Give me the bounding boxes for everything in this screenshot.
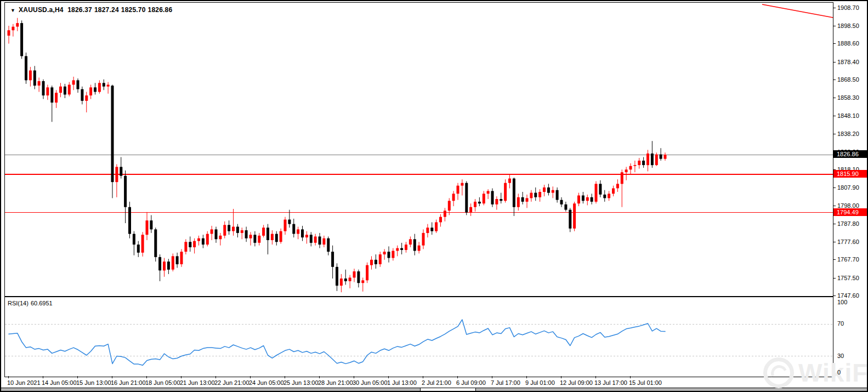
price-tick-label: 1888.60 [837, 40, 859, 47]
price-tick [833, 242, 836, 242]
candle [340, 279, 343, 286]
price-tick-label: 1878.40 [837, 59, 859, 65]
rsi-axis-label: 70 [837, 320, 844, 327]
price-tick [833, 26, 836, 26]
candle [370, 260, 373, 265]
time-tick [354, 376, 354, 378]
time-tick-label: 1 Jul 13:00 [387, 379, 417, 386]
rsi-panel: RSI(14)60.6951 [4, 297, 833, 377]
ohlc-high: 1827.24 [94, 6, 119, 14]
candle [491, 191, 494, 204]
price-tick [833, 224, 836, 224]
price-tick-label: 1807.90 [837, 184, 859, 191]
candle [319, 236, 321, 245]
symbol-dropdown-icon[interactable]: ▼ [10, 8, 15, 13]
scrollbar-thumb[interactable] [420, 388, 476, 392]
candle [322, 238, 325, 245]
candle [232, 227, 235, 231]
price-tick-label: 1848.10 [837, 112, 859, 119]
candle [435, 222, 438, 231]
candle [547, 188, 550, 193]
candle [42, 81, 45, 95]
candle [400, 248, 403, 250]
time-tick [181, 376, 181, 378]
candle [361, 280, 364, 283]
candle [288, 220, 291, 224]
candle [655, 155, 658, 166]
candle [504, 183, 507, 201]
candle [392, 251, 394, 258]
time-tick-label: 14 Jun 05:00 [42, 379, 77, 386]
ohlc-low: 1825.70 [121, 6, 146, 14]
time-tick [146, 376, 147, 378]
candle [85, 95, 88, 101]
ohlc-open: 1826.37 [67, 6, 92, 14]
price-tick-label: 1747.60 [837, 292, 859, 299]
candle [172, 256, 174, 269]
candle [564, 204, 567, 210]
candle [55, 93, 58, 103]
candle [621, 172, 623, 184]
candle [262, 228, 265, 236]
candle [202, 238, 205, 245]
candle [534, 193, 537, 197]
price-tick [833, 62, 836, 63]
rsi-line [9, 320, 665, 365]
candle [249, 235, 252, 238]
price-tick [833, 79, 836, 80]
time-tick-label: 9 Jul 01:00 [525, 379, 555, 386]
time-tick [561, 376, 561, 378]
candle [430, 228, 433, 231]
candle [180, 252, 183, 264]
candle [418, 246, 421, 251]
time-tick [285, 376, 285, 378]
price-tick-label: 1908.70 [837, 4, 859, 11]
candle [29, 71, 32, 81]
candle [474, 202, 476, 207]
candle [275, 234, 278, 242]
candle [241, 230, 243, 233]
candle [215, 229, 218, 239]
candle [68, 85, 71, 95]
candle [349, 277, 351, 281]
level-price-badge: 1815.90 [833, 170, 868, 178]
candle [383, 252, 386, 254]
price-tick-label: 1898.50 [837, 22, 859, 29]
current-price-badge: 1826.86 [833, 150, 868, 158]
candle [98, 83, 101, 92]
candle [72, 80, 75, 84]
time-tick-label: 13 Jul 17:00 [594, 379, 627, 386]
time-tick [492, 376, 492, 378]
price-tick-label: 1777.60 [837, 238, 859, 245]
price-tick-label: 1767.70 [837, 256, 859, 263]
candlestick-chart[interactable] [5, 3, 833, 296]
candle [50, 87, 53, 103]
candle [284, 220, 287, 231]
time-tick [77, 376, 78, 378]
candle [552, 190, 554, 193]
time-tick-label: 15 Jul 01:00 [629, 379, 662, 386]
candle [599, 184, 602, 195]
candle [292, 224, 295, 234]
candle [184, 242, 187, 252]
price-axis: 1908.701898.501888.601878.401868.501858.… [833, 1, 868, 388]
price-tick [833, 8, 836, 8]
candle [33, 71, 36, 86]
candle [344, 279, 347, 281]
candle [586, 197, 589, 201]
candle [444, 211, 446, 217]
candle [513, 179, 515, 207]
candle [146, 220, 149, 235]
candle [582, 196, 585, 201]
candle [517, 197, 520, 207]
rsi-line-chart[interactable] [5, 297, 833, 377]
time-tick [43, 376, 43, 378]
price-tick-label: 1858.30 [837, 94, 859, 101]
time-tick-label: 16 Jun 21:00 [111, 379, 146, 386]
candle [646, 154, 649, 165]
candle [258, 236, 260, 243]
candle [452, 194, 455, 201]
candle [280, 231, 282, 242]
time-tick-label: 10 Jun 2021 [7, 379, 41, 386]
horizontal-scrollbar[interactable] [1, 388, 867, 392]
